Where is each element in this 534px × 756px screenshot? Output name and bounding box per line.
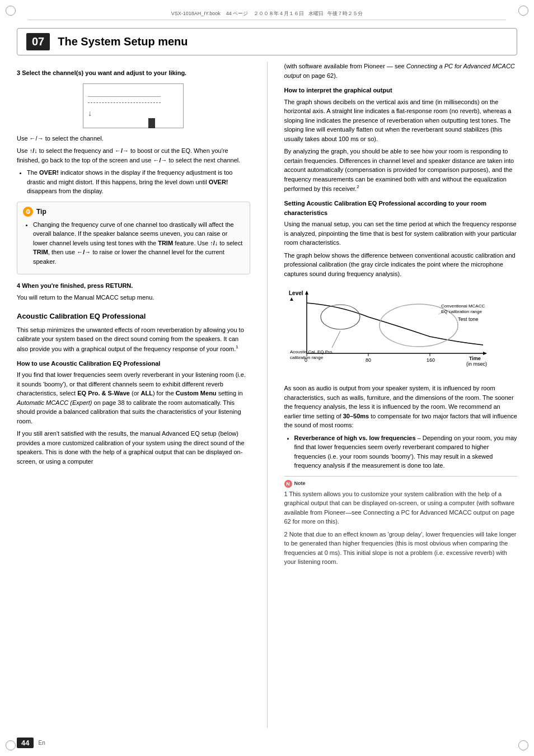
chapter-number: 07: [26, 33, 50, 50]
setting-acoustic-heading: Setting Acoustic Calibration EQ Professi…: [284, 199, 518, 217]
corner-mark-tr: [518, 6, 528, 16]
tip-header: ⚙ Tip: [23, 207, 244, 217]
how-to-interpret-text1: The graph shows decibels on the vertical…: [284, 97, 518, 144]
page-footer: 44 En: [17, 738, 45, 748]
setting-acoustic-text1: Using the manual setup, you can set the …: [284, 220, 518, 248]
meta-bar: VSX-1018AH_IY.book 44 ページ ２００８年４月１６日 水曜日…: [28, 10, 506, 20]
acoustic-eq-heading: Acoustic Calibration EQ Professional: [17, 311, 250, 322]
svg-marker-4: [483, 352, 487, 355]
tip-list: Changing the frequency curve of one chan…: [23, 220, 244, 267]
chapter-header: 07 The System Setup menu: [17, 28, 517, 55]
tip-box: ⚙ Tip Changing the frequency curve of on…: [17, 202, 250, 275]
sup2: 2: [357, 184, 359, 189]
how-to-use-text1: If you find that lower frequencies seem …: [17, 370, 250, 426]
corner-mark-tl: [6, 6, 16, 16]
page-lang: En: [38, 740, 45, 746]
svg-text:calibration range: calibration range: [290, 355, 324, 360]
text-after-chart: As soon as audio is output from your spe…: [284, 384, 518, 430]
screen-arrow: ↓: [88, 109, 179, 118]
column-divider: [267, 62, 268, 728]
note2-text: 2 Note that due to an effect known as 'g…: [284, 530, 518, 567]
acoustic-label: Acoustic Cal. EQ Pro.: [290, 349, 333, 354]
note-icon: N: [284, 480, 292, 488]
test-tone-label: Test tone: [458, 316, 479, 322]
eq-slider: [148, 118, 155, 128]
eq-bar-line: [88, 102, 161, 103]
step3-arrow-text1: Use ←/→ to select the channel.: [17, 134, 250, 143]
conventional-label: Conventional MCACC: [441, 304, 485, 309]
chart-container: Level ▲ Time (in msec) 0 80 160: [284, 286, 518, 376]
main-content: 3 Select the channel(s) you want and adj…: [17, 62, 517, 728]
step3-bullets: The OVER! indicator shows in the display…: [17, 168, 250, 196]
how-to-use-text2: If you still aren't satisfied with the r…: [17, 429, 250, 466]
tip-icon: ⚙: [23, 207, 33, 217]
note-box: N Note 1 This system allows you to custo…: [284, 476, 518, 567]
chart-svg: Level ▲ Time (in msec) 0 80 160: [284, 286, 497, 376]
how-to-use-heading: How to use Acoustic Calibration EQ Profe…: [17, 359, 250, 368]
right-column: (with software available from Pioneer — …: [279, 62, 518, 728]
svg-text:▲: ▲: [289, 296, 294, 302]
step4-heading: 4 When you're finished, press RETURN.: [17, 281, 250, 291]
chapter-title: The System Setup menu: [58, 35, 188, 48]
sup1: 1: [236, 344, 238, 349]
meta-text: VSX-1018AH_IY.book 44 ページ ２００８年４月１６日 水曜日…: [171, 11, 363, 16]
svg-text:80: 80: [366, 357, 371, 363]
corner-mark-bl: [6, 740, 16, 750]
step3-bullet1: The OVER! indicator shows in the display…: [27, 168, 250, 196]
svg-text:EQ calibration range: EQ calibration range: [441, 309, 482, 314]
time-unit: (in msec): [466, 361, 487, 367]
setting-acoustic-text2: The graph below shows the difference bet…: [284, 251, 518, 279]
reverb-bullet1: Reverberance of high vs. low frequencies…: [294, 433, 518, 470]
step3-arrow-text2: Use ↑/↓ to select the frequency and ←/→ …: [17, 146, 250, 165]
note-header: N Note: [284, 480, 518, 488]
note-label: Note: [294, 480, 306, 487]
continued-text: (with software available from Pioneer — …: [284, 62, 518, 80]
left-column: 3 Select the channel(s) you want and adj…: [17, 62, 256, 728]
note1-text: 1 This system allows you to customize yo…: [284, 489, 518, 526]
screen-graphic: ↓: [83, 83, 184, 128]
tip-bullet1: Changing the frequency curve of one chan…: [33, 220, 244, 267]
corner-mark-br: [518, 740, 528, 750]
tip-label: Tip: [36, 208, 46, 216]
how-to-interpret-heading: How to interpret the graphical output: [284, 86, 518, 95]
reverb-bullets: Reverberance of high vs. low frequencies…: [284, 433, 518, 470]
svg-text:160: 160: [427, 357, 435, 363]
how-to-interpret-text2: By analyzing the graph, you should be ab…: [284, 147, 518, 193]
step3-heading: 3 Select the channel(s) you want and adj…: [17, 68, 250, 78]
svg-marker-3: [305, 291, 308, 295]
step4-text: You will return to the Manual MCACC setu…: [17, 293, 250, 302]
page-number: 44: [17, 738, 34, 748]
svg-line-14: [332, 331, 340, 348]
time-label: Time: [469, 356, 481, 361]
acoustic-eq-text1: This setup minimizes the unwanted effect…: [17, 325, 250, 353]
